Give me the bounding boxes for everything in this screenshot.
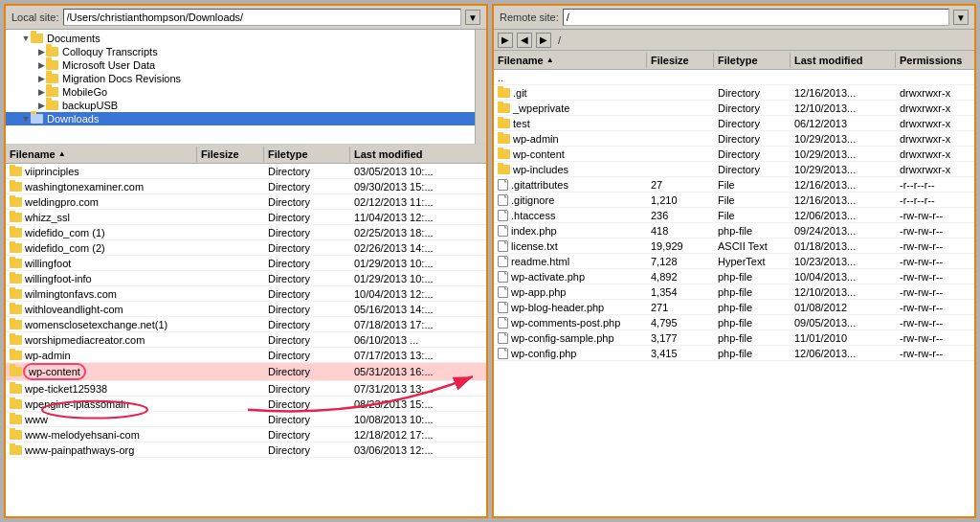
remote-file-row[interactable]: .htaccess236File12/06/2013...-rw-rw-r--: [494, 208, 974, 223]
remote-file-list[interactable]: ...gitDirectory12/16/2013...drwxrwxr-x_w…: [494, 70, 974, 516]
remote-file-row[interactable]: .gitattributes27File12/16/2013...-r--r--…: [494, 177, 974, 193]
remote-file-row[interactable]: index.php418php-file09/24/2013...-rw-rw-…: [494, 223, 974, 238]
local-col-filename[interactable]: Filename ▲: [6, 147, 197, 162]
remote-file-name: index.php: [494, 224, 647, 238]
remote-col-perms[interactable]: Permissions: [896, 53, 974, 68]
remote-col-modified[interactable]: Last modified: [791, 53, 896, 68]
local-file-modified: 09/30/2013 15:...: [350, 180, 486, 193]
local-col-modified[interactable]: Last modified: [350, 147, 486, 162]
tree-item-migration[interactable]: ▶ Migration Docs Revisions: [6, 72, 486, 85]
remote-file-row[interactable]: wp-includesDirectory10/29/2013...drwxrwx…: [494, 162, 974, 177]
local-file-row[interactable]: wpe-ticket125938Directory07/31/2013 13:.…: [6, 381, 486, 397]
remote-file-row[interactable]: wp-adminDirectory10/29/2013...drwxrwxr-x: [494, 131, 974, 147]
expand-triangle[interactable]: ▼: [21, 34, 31, 43]
remote-file-type: File: [714, 193, 791, 207]
remote-file-perms: -rw-rw-r--: [896, 301, 974, 314]
remote-file-size: [647, 153, 714, 155]
remote-file-size: [647, 92, 714, 94]
remote-file-row[interactable]: .gitDirectory12/16/2013...drwxrwxr-x: [494, 85, 974, 101]
remote-path-dropdown[interactable]: ▼: [953, 10, 969, 25]
remote-file-row[interactable]: license.txt19,929ASCII Text01/18/2013...…: [494, 238, 974, 254]
remote-file-perms: -rw-rw-r--: [896, 239, 974, 253]
local-file-row[interactable]: womensclosetexchange.net(1)Directory07/1…: [6, 317, 486, 332]
local-file-modified: 10/08/2013 10:...: [350, 413, 486, 426]
remote-file-row[interactable]: testDirectory06/12/2013drwxrwxr-x: [494, 116, 974, 131]
expand-triangle[interactable]: ▶: [36, 47, 46, 57]
expand-triangle[interactable]: ▶: [36, 60, 46, 70]
tree-item-documents[interactable]: ▼ Documents: [6, 32, 486, 45]
local-file-row[interactable]: wp-contentDirectory05/31/2013 16:...: [6, 363, 486, 381]
tree-item-backupusb[interactable]: ▶ backupUSB: [6, 99, 486, 112]
local-file-modified: 03/06/2013 12:...: [350, 443, 486, 457]
expand-triangle[interactable]: ▼: [21, 114, 31, 124]
play-button[interactable]: ▶: [498, 33, 513, 48]
local-file-row[interactable]: wp-adminDirectory07/17/2013 13:...: [6, 348, 486, 363]
file-name-text: wp-admin: [513, 133, 559, 145]
file-name-text: withloveandlight-com: [25, 304, 123, 315]
remote-file-row[interactable]: .gitignore1,210File12/16/2013...-r--r--r…: [494, 193, 974, 208]
local-file-modified: 05/31/2013 16:...: [350, 365, 486, 378]
remote-file-row[interactable]: wp-config.php3,415php-file12/06/2013...-…: [494, 346, 974, 361]
remote-file-row[interactable]: readme.html7,128HyperText10/23/2013...-r…: [494, 254, 974, 269]
remote-file-size: 27: [647, 178, 714, 192]
tree-item-msuser[interactable]: ▶ Microsoft User Data: [6, 58, 486, 72]
tree-item-label: Documents: [47, 33, 100, 44]
remote-file-row[interactable]: wp-app.php1,354php-file12/10/2013...-rw-…: [494, 284, 974, 300]
local-file-row[interactable]: www-painpathways-orgDirectory03/06/2013 …: [6, 443, 486, 458]
local-file-row[interactable]: willingfootDirectory01/29/2013 10:...: [6, 256, 486, 271]
local-path-input[interactable]: [63, 9, 461, 26]
local-file-type: Directory: [264, 443, 350, 457]
tree-item-label: backupUSB: [62, 100, 118, 111]
tree-item-mobilego[interactable]: ▶ MobileGo: [6, 85, 486, 99]
local-file-row[interactable]: whizz_sslDirectory11/04/2013 12:...: [6, 210, 486, 225]
local-path-dropdown[interactable]: ▼: [465, 10, 480, 25]
local-file-row[interactable]: wwwDirectory10/08/2013 10:...: [6, 412, 486, 427]
local-file-size: [197, 354, 264, 356]
remote-col-filetype[interactable]: Filetype: [714, 53, 791, 68]
local-file-type: Directory: [264, 397, 350, 411]
local-file-row[interactable]: worshipmediacreator.comDirectory06/10/20…: [6, 332, 486, 348]
remote-file-row[interactable]: wp-blog-header.php271php-file01/08/2012-…: [494, 300, 974, 315]
local-file-list[interactable]: viiprinciplesDirectory03/05/2013 10:...w…: [6, 164, 486, 516]
folder-icon: [10, 320, 22, 329]
local-file-row[interactable]: viiprinciplesDirectory03/05/2013 10:...: [6, 164, 486, 179]
tree-item-colloquy[interactable]: ▶ Colloquy Transcripts: [6, 45, 486, 58]
file-name-text: www: [25, 414, 48, 425]
file-name-text: washingtonexaminer.com: [25, 181, 144, 193]
folder-icon: [10, 430, 22, 440]
file-name-text: wp-blog-header.php: [511, 302, 604, 313]
local-file-row[interactable]: willingfoot-infoDirectory01/29/2013 10:.…: [6, 271, 486, 286]
local-file-modified: 07/31/2013 13:...: [350, 382, 486, 396]
panels-row: Local site: ▼ ▼ Documents ▶ Colloquy Tra…: [4, 4, 976, 518]
remote-file-row[interactable]: wp-comments-post.php4,795php-file09/05/2…: [494, 315, 974, 330]
remote-col-filesize[interactable]: Filesize: [647, 53, 714, 68]
back-button[interactable]: ◀: [517, 33, 532, 48]
local-file-row[interactable]: www-melodyehsani-comDirectory12/18/2012 …: [6, 427, 486, 443]
remote-file-row[interactable]: _wpeprivateDirectory12/10/2013...drwxrwx…: [494, 101, 974, 116]
remote-file-row[interactable]: wp-activate.php4,892php-file10/04/2013..…: [494, 269, 974, 284]
local-file-row[interactable]: widefido_com (2)Directory02/26/2013 14:.…: [6, 240, 486, 256]
remote-file-row[interactable]: wp-contentDirectory10/29/2013...drwxrwxr…: [494, 147, 974, 162]
local-file-row[interactable]: withloveandlight-comDirectory05/16/2013 …: [6, 302, 486, 317]
local-col-filetype[interactable]: Filetype: [264, 147, 350, 162]
remote-path-input[interactable]: [563, 9, 949, 26]
tree-item-downloads[interactable]: ▼ Downloads: [6, 112, 486, 125]
local-file-row[interactable]: wilmingtonfavs.comDirectory10/04/2013 12…: [6, 286, 486, 302]
local-file-row[interactable]: washingtonexaminer.comDirectory09/30/201…: [6, 179, 486, 194]
tree-scrollbar[interactable]: [475, 30, 486, 144]
local-file-row[interactable]: wpengine-iplassomainDirectory08/23/2013 …: [6, 397, 486, 412]
local-file-modified: 02/26/2013 14:...: [350, 241, 486, 255]
remote-file-row[interactable]: ..: [494, 70, 974, 85]
file-name-text: .gitattributes: [511, 179, 568, 191]
remote-file-row[interactable]: wp-config-sample.php3,177php-file11/01/2…: [494, 330, 974, 346]
remote-col-filename[interactable]: Filename ▲: [494, 53, 647, 68]
local-file-row[interactable]: weldingpro.comDirectory02/12/2013 11:...: [6, 194, 486, 210]
expand-triangle[interactable]: ▶: [36, 101, 46, 110]
expand-triangle[interactable]: ▶: [36, 87, 46, 97]
remote-file-size: 271: [647, 301, 714, 314]
local-col-filesize[interactable]: Filesize: [197, 147, 264, 162]
local-file-row[interactable]: widefido_com (1)Directory02/25/2013 18:.…: [6, 225, 486, 240]
local-file-name: willingfoot: [6, 257, 197, 270]
expand-triangle[interactable]: ▶: [36, 74, 46, 83]
forward-button[interactable]: ▶: [536, 33, 551, 48]
